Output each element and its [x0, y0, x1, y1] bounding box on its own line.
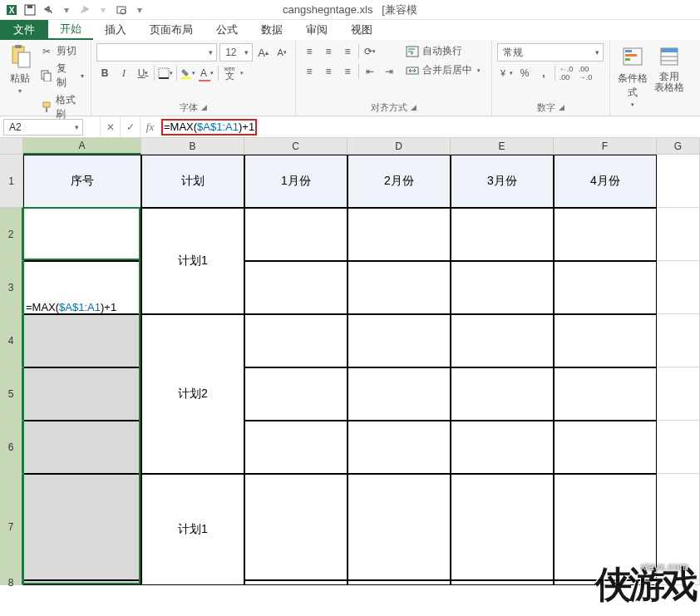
select-all-corner[interactable] [0, 138, 23, 155]
bold-button[interactable]: B [96, 65, 113, 81]
paste-button[interactable]: 粘贴 ▾ [5, 43, 35, 95]
col-header-B[interactable]: B [141, 138, 244, 155]
cell-F2[interactable] [554, 208, 657, 261]
col-header-A[interactable]: A [23, 138, 141, 155]
col-header-D[interactable]: D [348, 138, 451, 155]
tab-view[interactable]: 视图 [339, 20, 384, 40]
increase-indent-icon[interactable]: ⇥ [381, 63, 397, 80]
wrap-text-button[interactable]: 自动换行 [404, 43, 482, 59]
undo-icon[interactable] [40, 2, 57, 18]
tab-pagelayout[interactable]: 页面布局 [138, 20, 205, 40]
align-right-icon[interactable]: ≡ [339, 63, 356, 80]
qat-more-icon[interactable]: ▾ [131, 2, 148, 18]
cell-C8[interactable] [244, 580, 348, 585]
font-color-button[interactable]: A▾ [199, 65, 215, 81]
row-header-8[interactable]: 8 [0, 580, 23, 585]
cell-F1[interactable]: 4月份 [554, 155, 657, 208]
copy-button[interactable]: 复制▾ [38, 61, 86, 91]
cell-A1[interactable]: 序号 [23, 155, 141, 208]
cell-C1[interactable]: 1月份 [244, 155, 348, 208]
cell-E1[interactable]: 3月份 [451, 155, 554, 208]
cell-C3[interactable] [244, 261, 348, 314]
tab-formulas[interactable]: 公式 [205, 20, 249, 40]
tab-insert[interactable]: 插入 [93, 20, 138, 40]
cell-D7[interactable] [348, 474, 451, 580]
cell-G1[interactable] [657, 155, 700, 208]
comma-icon[interactable]: , [535, 65, 552, 81]
cell-A4[interactable] [23, 314, 141, 367]
cell-E2[interactable] [451, 208, 554, 261]
cell-D5[interactable] [348, 367, 451, 421]
underline-button[interactable]: U▾ [135, 65, 151, 81]
cell-D4[interactable] [348, 314, 451, 367]
align-center-icon[interactable]: ≡ [320, 63, 337, 80]
number-format-select[interactable]: 常规 [497, 43, 604, 62]
cell-A8[interactable] [23, 580, 141, 585]
name-box[interactable]: A2 [3, 119, 83, 136]
cell-B7[interactable]: 计划1 [141, 474, 244, 585]
increase-font-icon[interactable]: A▴ [255, 44, 272, 61]
cell-E3[interactable] [451, 261, 554, 314]
cell-E5[interactable] [451, 367, 554, 421]
align-bottom-icon[interactable]: ≡ [339, 43, 356, 60]
cell-G2[interactable] [657, 208, 700, 261]
fill-color-button[interactable]: ▾ [180, 65, 196, 81]
row-header-4[interactable]: 4 [0, 314, 23, 367]
cell-E8[interactable] [451, 580, 554, 585]
redo-icon[interactable] [76, 2, 93, 18]
number-launcher-icon[interactable]: ◢ [559, 103, 564, 111]
cell-D8[interactable] [348, 580, 451, 585]
align-middle-icon[interactable]: ≡ [320, 43, 337, 60]
row-header-3[interactable]: 3 [0, 261, 23, 314]
merge-center-button[interactable]: 合并后居中▾ [404, 62, 482, 78]
cancel-formula-button[interactable]: ✕ [100, 117, 120, 137]
row-header-1[interactable]: 1 [0, 155, 23, 208]
cell-A5[interactable] [23, 367, 141, 421]
conditional-format-button[interactable]: 条件格式 ▾ [615, 43, 650, 108]
cell-G3[interactable] [657, 261, 700, 314]
tab-home[interactable]: 开始 [48, 20, 93, 40]
cell-E4[interactable] [451, 314, 554, 367]
ruby-button[interactable]: wén文 [221, 65, 238, 81]
align-left-icon[interactable]: ≡ [301, 63, 318, 80]
font-size-select[interactable]: 12 [219, 43, 253, 62]
font-launcher-icon[interactable]: ◢ [201, 103, 207, 111]
cell-A6[interactable] [23, 421, 141, 474]
tab-file[interactable]: 文件 [0, 20, 48, 40]
cell-C7[interactable] [244, 474, 348, 580]
cell-A3[interactable]: =MAX($A$1:A1)+1 [23, 261, 141, 314]
cell-D3[interactable] [348, 261, 451, 314]
italic-button[interactable]: I [116, 65, 132, 81]
cell-G6[interactable] [657, 421, 700, 474]
print-preview-icon[interactable] [113, 2, 130, 18]
row-header-5[interactable]: 5 [0, 367, 23, 421]
cell-E7[interactable] [451, 474, 554, 580]
border-button[interactable]: ▾ [157, 65, 174, 81]
cell-F3[interactable] [554, 261, 657, 314]
percent-icon[interactable]: % [516, 65, 533, 81]
align-top-icon[interactable]: ≡ [301, 43, 318, 60]
cell-F5[interactable] [554, 367, 657, 421]
row-header-2[interactable]: 2 [0, 208, 23, 261]
font-name-select[interactable] [96, 43, 217, 62]
currency-icon[interactable]: ¥▾ [497, 65, 514, 81]
row-header-7[interactable]: 7 [0, 474, 23, 580]
tab-data[interactable]: 数据 [249, 20, 294, 40]
cell-D6[interactable] [348, 421, 451, 474]
increase-decimal-icon[interactable]: ←.0.00 [558, 65, 574, 81]
enter-formula-button[interactable]: ✓ [120, 117, 140, 137]
row-header-6[interactable]: 6 [0, 421, 23, 474]
cell-B1[interactable]: 计划 [141, 155, 244, 208]
cell-C5[interactable] [244, 367, 348, 421]
col-header-E[interactable]: E [451, 138, 554, 155]
cell-F6[interactable] [554, 421, 657, 474]
decrease-font-icon[interactable]: A▾ [274, 44, 290, 61]
cell-C6[interactable] [244, 421, 348, 474]
col-header-G[interactable]: G [657, 138, 700, 155]
cell-C4[interactable] [244, 314, 348, 367]
cell-B2[interactable]: 计划1 [141, 208, 244, 314]
save-icon[interactable] [22, 2, 38, 18]
cell-B4[interactable]: 计划2 [141, 314, 244, 474]
decrease-decimal-icon[interactable]: .00→.0 [577, 65, 594, 81]
cut-button[interactable]: ✂剪切 [38, 43, 86, 59]
